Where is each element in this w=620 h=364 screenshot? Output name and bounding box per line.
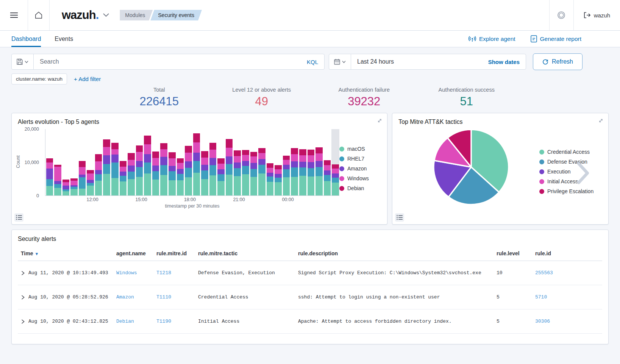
stacked-bar[interactable] bbox=[324, 160, 331, 195]
home-button[interactable] bbox=[28, 0, 50, 30]
menu-button[interactable] bbox=[0, 0, 28, 30]
cell-rule-mitre-id[interactable]: T1190 bbox=[153, 309, 195, 334]
add-filter-button[interactable]: + Add filter bbox=[74, 76, 101, 82]
column-header-rule-mitre-id[interactable]: rule.mitre.id bbox=[153, 247, 195, 261]
stacked-bar[interactable] bbox=[46, 158, 53, 195]
column-header-rule-level[interactable]: rule.level bbox=[494, 247, 532, 261]
wazuh-logo[interactable]: wazuh. bbox=[62, 8, 98, 22]
stacked-bar[interactable] bbox=[250, 152, 258, 195]
expand-row-icon[interactable] bbox=[21, 270, 25, 276]
cell-agent-name[interactable]: Windows bbox=[113, 261, 153, 285]
cell-agent-name[interactable]: Debian bbox=[113, 309, 153, 334]
stacked-bar[interactable] bbox=[160, 143, 167, 195]
stacked-bar[interactable] bbox=[291, 148, 298, 195]
stacked-bar[interactable] bbox=[144, 136, 151, 195]
search-input[interactable] bbox=[34, 58, 301, 65]
time-range-value[interactable]: Last 24 hours bbox=[351, 58, 482, 65]
bar-segment-Windows bbox=[120, 167, 127, 172]
stacked-bar[interactable] bbox=[283, 156, 290, 195]
expand-row-icon[interactable] bbox=[21, 295, 25, 300]
bar-slot bbox=[119, 129, 127, 195]
stacked-bar[interactable] bbox=[95, 154, 102, 195]
legend-item[interactable]: Execution bbox=[539, 169, 607, 175]
health-check-button[interactable] bbox=[549, 0, 573, 30]
legend-toggle-icon[interactable] bbox=[14, 213, 23, 222]
legend-color-dot bbox=[539, 150, 544, 155]
stacked-bar[interactable] bbox=[226, 139, 233, 195]
expand-row-icon[interactable] bbox=[21, 319, 25, 324]
bar-segment-RHEL7 bbox=[267, 177, 274, 182]
legend-item[interactable]: Debian bbox=[339, 185, 385, 191]
stacked-bar[interactable] bbox=[136, 145, 143, 195]
saved-query-button[interactable] bbox=[12, 54, 34, 69]
legend-item[interactable]: Initial Access bbox=[539, 178, 607, 184]
stacked-bar[interactable] bbox=[120, 161, 127, 195]
stacked-bar[interactable] bbox=[267, 163, 274, 195]
legend-toggle-icon[interactable] bbox=[395, 213, 404, 222]
stacked-bar[interactable] bbox=[308, 150, 315, 195]
stacked-bar[interactable] bbox=[258, 148, 265, 195]
carousel-next-chevron[interactable] bbox=[576, 161, 590, 185]
stacked-bar[interactable] bbox=[193, 133, 200, 195]
legend-item[interactable]: RHEL7 bbox=[339, 156, 385, 162]
cell-rule-mitre-id[interactable]: T1110 bbox=[153, 285, 195, 309]
explore-agent-button[interactable]: Explore agent bbox=[469, 36, 515, 42]
stacked-bar[interactable] bbox=[79, 161, 86, 195]
column-header-rule-mitre-tactic[interactable]: rule.mitre.tactic bbox=[195, 247, 295, 261]
stacked-bar[interactable] bbox=[128, 153, 135, 195]
chevron-down-icon[interactable] bbox=[103, 13, 109, 17]
stacked-bar[interactable] bbox=[185, 146, 192, 195]
cell-rule-id[interactable]: 255563 bbox=[532, 261, 602, 285]
legend-item[interactable]: macOS bbox=[339, 146, 385, 152]
expand-panel-icon[interactable] bbox=[376, 117, 384, 125]
bar-segment-Debian bbox=[324, 160, 331, 165]
stacked-bar[interactable] bbox=[62, 180, 70, 195]
column-header-rule-description[interactable]: rule.description bbox=[295, 247, 494, 261]
cell-rule-id[interactable]: 30306 bbox=[532, 309, 602, 334]
stacked-bar[interactable] bbox=[169, 152, 176, 195]
stacked-bar[interactable] bbox=[201, 151, 208, 195]
bar-segment-RHEL7 bbox=[283, 169, 290, 177]
legend-label: Windows bbox=[347, 175, 369, 181]
stacked-bar[interactable] bbox=[111, 143, 119, 195]
column-header-agent-name[interactable]: agent.name bbox=[113, 247, 153, 261]
legend-item[interactable]: Credential Access bbox=[539, 149, 607, 155]
stacked-bar[interactable] bbox=[299, 149, 306, 195]
stacked-bar[interactable] bbox=[332, 164, 339, 195]
legend-item[interactable]: Privilege Escalation bbox=[539, 188, 607, 194]
column-header-time[interactable]: Time▼ bbox=[18, 247, 113, 261]
stacked-bar[interactable] bbox=[242, 150, 249, 195]
tab-dashboard[interactable]: Dashboard bbox=[11, 31, 41, 47]
time-value: Aug 10, 2020 @ 05:28:52.926 bbox=[28, 294, 108, 300]
stat-value: 226415 bbox=[108, 95, 211, 108]
stacked-bar[interactable] bbox=[275, 165, 282, 195]
stacked-bar[interactable] bbox=[70, 178, 78, 195]
show-dates-button[interactable]: Show dates bbox=[482, 59, 526, 65]
cell-rule-id[interactable]: 5710 bbox=[532, 285, 602, 309]
generate-report-button[interactable]: Generate report bbox=[531, 35, 581, 42]
cell-agent-name[interactable]: Amazon bbox=[113, 285, 153, 309]
kql-selector[interactable]: KQL bbox=[301, 59, 324, 65]
filter-pill-cluster-name[interactable]: cluster.name: wazuh bbox=[11, 73, 67, 84]
bar-segment-macOS bbox=[308, 177, 315, 195]
cell-rule-mitre-id[interactable]: T1218 bbox=[153, 261, 195, 285]
stacked-bar[interactable] bbox=[103, 139, 110, 195]
calendar-button[interactable] bbox=[329, 54, 351, 69]
stacked-bar[interactable] bbox=[177, 158, 184, 195]
stacked-bar[interactable] bbox=[234, 150, 241, 195]
stacked-bar[interactable] bbox=[54, 165, 61, 195]
stacked-bar[interactable] bbox=[152, 152, 159, 195]
refresh-button[interactable]: Refresh bbox=[533, 53, 583, 70]
column-header-rule-id[interactable]: rule.id bbox=[532, 247, 602, 261]
stacked-bar[interactable] bbox=[209, 143, 217, 195]
stacked-bar[interactable] bbox=[315, 147, 323, 195]
stacked-bar[interactable] bbox=[87, 170, 94, 195]
expand-panel-icon[interactable] bbox=[597, 117, 605, 125]
breadcrumb-modules[interactable]: Modules bbox=[120, 10, 153, 20]
legend-item[interactable]: Amazon bbox=[339, 166, 385, 172]
stacked-bar[interactable] bbox=[217, 158, 225, 195]
user-menu[interactable]: wazuh bbox=[573, 0, 620, 30]
tab-events[interactable]: Events bbox=[55, 31, 73, 47]
legend-item[interactable]: Windows bbox=[339, 175, 385, 181]
legend-item[interactable]: Defense Evasion bbox=[539, 159, 607, 165]
